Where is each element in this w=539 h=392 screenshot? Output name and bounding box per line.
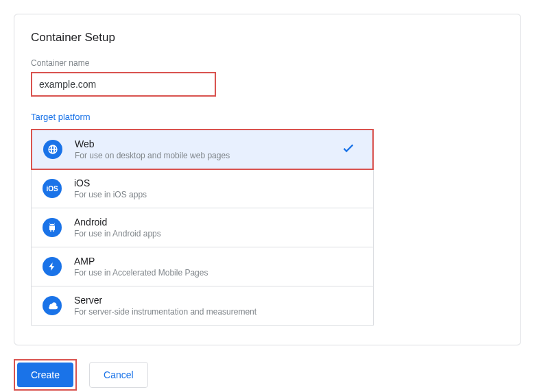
- platform-desc: For use in Accelerated Mobile Pages: [74, 268, 362, 278]
- platform-option-ios[interactable]: iOS iOS For use in iOS apps: [32, 169, 373, 208]
- create-button[interactable]: Create: [17, 363, 73, 387]
- panel-title: Container Setup: [31, 31, 504, 45]
- container-name-label: Container name: [31, 58, 504, 68]
- platform-name: Server: [74, 295, 362, 306]
- container-name-input[interactable]: [31, 72, 216, 97]
- platform-name: iOS: [74, 177, 362, 188]
- cancel-button[interactable]: Cancel: [89, 362, 148, 388]
- container-setup-panel: Container Setup Container name Target pl…: [14, 14, 521, 345]
- platform-name: AMP: [74, 256, 362, 267]
- platform-text: Android For use in Android apps: [74, 217, 362, 238]
- platform-option-amp[interactable]: AMP For use in Accelerated Mobile Pages: [32, 247, 373, 286]
- platform-name: Android: [74, 217, 362, 228]
- actions-row: Create Cancel: [14, 359, 525, 391]
- platform-text: Web For use on desktop and mobile web pa…: [75, 138, 341, 160]
- platform-desc: For server-side instrumentation and meas…: [74, 307, 362, 317]
- platform-text: AMP For use in Accelerated Mobile Pages: [74, 256, 362, 278]
- platform-desc: For use in Android apps: [74, 229, 362, 238]
- platform-name: Web: [75, 138, 341, 149]
- amp-icon: [43, 257, 62, 276]
- android-icon: [43, 218, 62, 237]
- platform-text: Server For server-side instrumentation a…: [74, 295, 362, 317]
- platform-desc: For use on desktop and mobile web pages: [75, 151, 341, 160]
- server-icon: [43, 296, 62, 315]
- platform-option-android[interactable]: Android For use in Android apps: [32, 208, 373, 247]
- web-icon: [43, 140, 62, 159]
- platform-text: iOS For use in iOS apps: [74, 177, 362, 199]
- platform-option-server[interactable]: Server For server-side instrumentation a…: [32, 286, 373, 325]
- target-platform-label: Target platform: [31, 112, 504, 122]
- platform-desc: For use in iOS apps: [74, 190, 362, 199]
- ios-icon: iOS: [43, 179, 62, 198]
- check-icon: [341, 140, 356, 159]
- platform-option-web[interactable]: Web For use on desktop and mobile web pa…: [31, 129, 374, 170]
- create-highlight: Create: [14, 359, 77, 391]
- platform-list: Web For use on desktop and mobile web pa…: [31, 129, 374, 326]
